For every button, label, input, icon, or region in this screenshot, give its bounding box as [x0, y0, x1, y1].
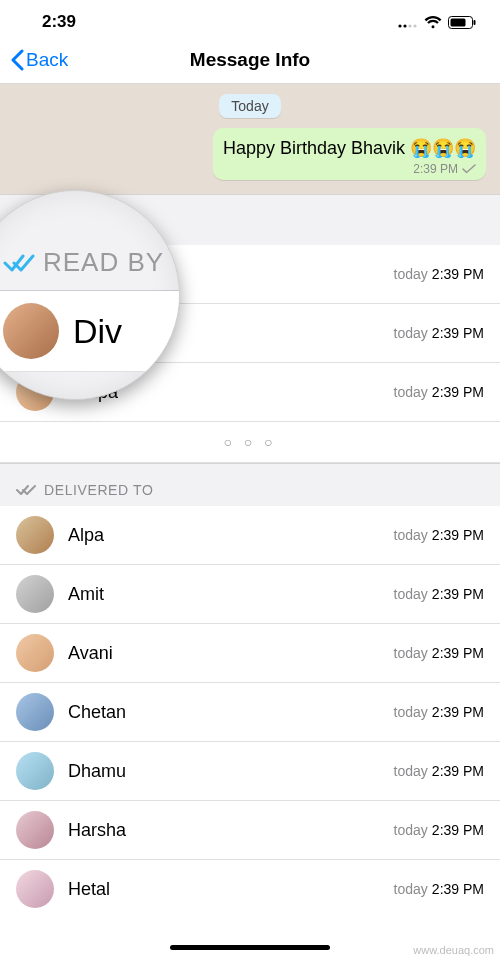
timestamp: today2:39 PM — [394, 384, 484, 400]
back-label: Back — [26, 49, 68, 71]
timestamp: today2:39 PM — [394, 325, 484, 341]
timestamp: today2:39 PM — [394, 704, 484, 720]
avatar — [16, 516, 54, 554]
contact-name: Amit — [68, 584, 394, 605]
list-item[interactable]: Hetal today2:39 PM — [0, 860, 500, 918]
avatar — [16, 575, 54, 613]
list-item[interactable]: Alpa today2:39 PM — [0, 506, 500, 565]
signal-icon — [398, 16, 418, 28]
more-indicator[interactable]: ○ ○ ○ — [0, 421, 500, 463]
status-icons — [398, 16, 476, 29]
delivered-to-label: DELIVERED TO — [44, 482, 153, 498]
back-button[interactable]: Back — [10, 49, 68, 71]
list-item[interactable]: Avani today2:39 PM — [0, 624, 500, 683]
svg-point-3 — [413, 24, 416, 27]
home-indicator[interactable] — [170, 945, 330, 950]
avatar — [16, 870, 54, 908]
battery-icon — [448, 16, 476, 29]
single-check-icon — [462, 164, 476, 174]
svg-rect-5 — [451, 18, 466, 26]
wifi-icon — [424, 16, 442, 29]
status-bar: 2:39 — [0, 0, 500, 36]
avatar — [16, 634, 54, 672]
avatar — [16, 811, 54, 849]
page-title: Message Info — [190, 49, 310, 71]
list-item[interactable]: Amit today2:39 PM — [0, 565, 500, 624]
chevron-left-icon — [10, 49, 24, 71]
avatar — [3, 303, 59, 359]
svg-point-0 — [398, 24, 401, 27]
contact-name: Avani — [68, 643, 394, 664]
timestamp: today2:39 PM — [394, 586, 484, 602]
timestamp: today2:39 PM — [394, 266, 484, 282]
list-item[interactable]: Harsha today2:39 PM — [0, 801, 500, 860]
timestamp: today2:39 PM — [394, 645, 484, 661]
svg-rect-6 — [474, 20, 476, 25]
chat-preview: Today Happy Birthday Bhavik 😭😭😭 2:39 PM — [0, 84, 500, 194]
avatar — [16, 693, 54, 731]
message-meta: 2:39 PM — [223, 162, 476, 176]
magnifier-label: READ BY — [43, 247, 164, 278]
svg-point-2 — [408, 24, 411, 27]
status-time: 2:39 — [42, 12, 76, 32]
timestamp: today2:39 PM — [394, 527, 484, 543]
magnifier-read-by: READ BY — [0, 231, 179, 291]
watermark: www.deuaq.com — [413, 944, 494, 956]
timestamp: today2:39 PM — [394, 881, 484, 897]
message-time: 2:39 PM — [413, 162, 458, 176]
contact-name: Alpa — [68, 525, 394, 546]
contact-name: Dhamu — [68, 761, 394, 782]
avatar — [16, 752, 54, 790]
message-bubble: Happy Birthday Bhavik 😭😭😭 2:39 PM — [213, 128, 486, 180]
contact-name: Chetan — [68, 702, 394, 723]
contact-name: Hetal — [68, 879, 394, 900]
contact-name: Harsha — [68, 820, 394, 841]
double-check-blue-icon — [3, 253, 35, 273]
double-check-grey-icon — [16, 484, 36, 496]
list-item[interactable]: Dhamu today2:39 PM — [0, 742, 500, 801]
svg-point-1 — [403, 24, 406, 27]
timestamp: today2:39 PM — [394, 822, 484, 838]
delivered-to-list: Alpa today2:39 PM Amit today2:39 PM Avan… — [0, 506, 500, 918]
magnifier-row: Div — [0, 291, 179, 372]
nav-bar: Back Message Info — [0, 36, 500, 84]
message-text: Happy Birthday Bhavik 😭😭😭 — [223, 136, 476, 160]
delivered-to-header: DELIVERED TO — [0, 463, 500, 506]
date-pill: Today — [219, 94, 280, 118]
timestamp: today2:39 PM — [394, 763, 484, 779]
list-item[interactable]: Chetan today2:39 PM — [0, 683, 500, 742]
magnifier-name: Div — [73, 312, 122, 351]
